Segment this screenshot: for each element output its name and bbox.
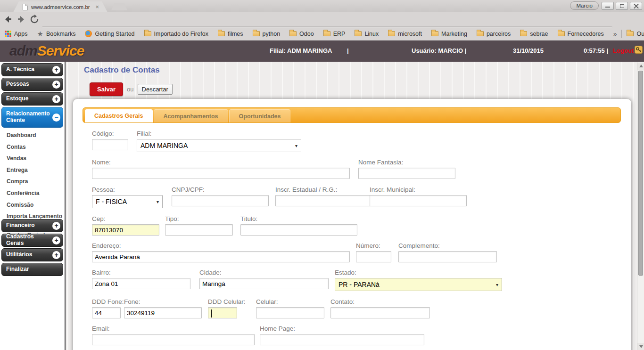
filial-select[interactable]: ADM MARINGA ▾ bbox=[137, 139, 301, 152]
sidebar-item-vendas[interactable]: Vendas bbox=[0, 153, 65, 165]
titulo-input[interactable] bbox=[240, 224, 357, 236]
nome-fantasia-input[interactable] bbox=[358, 168, 455, 179]
codigo-input[interactable] bbox=[92, 139, 128, 150]
inscr-estadual-input[interactable] bbox=[275, 195, 372, 206]
page-scrollbar[interactable] bbox=[637, 62, 644, 350]
page-title: Cadastro de Contas bbox=[84, 65, 160, 75]
endereco-input[interactable] bbox=[92, 251, 350, 262]
logout-key-icon[interactable] bbox=[635, 46, 643, 54]
back-button[interactable] bbox=[3, 15, 13, 25]
bookmarks-overflow-chevron[interactable]: » bbox=[613, 30, 617, 38]
bookmarks-bar: Apps ★ Bookmarks Getting Started Importa… bbox=[0, 27, 644, 41]
bookmark-folder[interactable]: Linux bbox=[355, 31, 379, 37]
folder-icon bbox=[627, 31, 634, 36]
bairro-input[interactable] bbox=[92, 278, 190, 289]
sidebar-item-contas[interactable]: Contas bbox=[0, 142, 65, 154]
bookmark-other-favorites[interactable]: Outros favoritos bbox=[627, 31, 644, 37]
sidebar-item-conferencia[interactable]: Conferência bbox=[0, 188, 65, 200]
sidebar-section-financeiro[interactable]: Financeiro + bbox=[1, 219, 63, 232]
sidebar-item-entrega[interactable]: Entrega bbox=[0, 165, 65, 177]
complemento-input[interactable] bbox=[398, 251, 497, 262]
cidade-input[interactable] bbox=[199, 278, 329, 289]
bookmark-folder[interactable]: Marketing bbox=[431, 31, 467, 37]
chevron-down-icon: ▾ bbox=[496, 282, 498, 287]
estado-select[interactable]: PR - PARANá ▾ bbox=[335, 278, 502, 291]
tab-oportunidades[interactable]: Oportunidades bbox=[229, 109, 291, 122]
contato-input[interactable] bbox=[330, 307, 430, 318]
scroll-up-button[interactable] bbox=[637, 63, 644, 70]
tab-close-icon[interactable]: × bbox=[95, 4, 99, 10]
field-inscr-estadual: Inscr. Estadual / R.G.: bbox=[275, 186, 372, 206]
field-cnpj-cpf: CNPJ/CPF: bbox=[172, 186, 269, 206]
bookmark-folder[interactable]: Fornecedores bbox=[558, 31, 604, 37]
sidebar-section-cadastros-gerais[interactable]: Cadastros Gerais + bbox=[1, 234, 63, 247]
numero-input[interactable] bbox=[356, 251, 391, 262]
sidebar-section-estoque[interactable]: Estoque + bbox=[1, 92, 63, 106]
field-endereco: Endereço: bbox=[92, 242, 350, 262]
bookmark-folder[interactable]: microsoft bbox=[388, 31, 422, 37]
chevron-down-icon: ▾ bbox=[157, 199, 159, 204]
nome-input[interactable] bbox=[92, 168, 350, 179]
profile-button[interactable]: Marcio bbox=[570, 1, 599, 10]
discard-button[interactable]: Descartar bbox=[138, 84, 173, 95]
sidebar-section-pessoas[interactable]: Pessoas + bbox=[1, 78, 63, 91]
email-input[interactable] bbox=[92, 334, 255, 345]
contato-label: Contato: bbox=[330, 298, 430, 305]
celular-input[interactable] bbox=[256, 307, 324, 318]
folder-icon bbox=[477, 31, 484, 36]
new-tab-button[interactable] bbox=[111, 3, 127, 10]
ddd-fone-input[interactable] bbox=[92, 307, 121, 318]
scrollbar-thumb[interactable] bbox=[638, 71, 643, 276]
bookmark-folder[interactable]: ERP bbox=[323, 31, 346, 37]
bookmark-folder[interactable]: Odoo bbox=[289, 31, 314, 37]
bairro-label: Bairro: bbox=[92, 269, 190, 276]
sidebar-item-comissao[interactable]: Comissão bbox=[0, 200, 65, 212]
bookmark-apps[interactable]: Apps bbox=[5, 31, 28, 37]
sidebar-section-finalizar[interactable]: Finalizar bbox=[1, 263, 63, 276]
field-email: Email: bbox=[92, 325, 255, 345]
sidebar-item-dashboard[interactable]: Dashboard bbox=[0, 130, 65, 142]
minimize-button[interactable] bbox=[602, 2, 614, 10]
bookmark-folder[interactable]: filmes bbox=[218, 31, 243, 37]
bookmark-folder[interactable]: python bbox=[253, 31, 281, 37]
bookmark-bookmarks[interactable]: ★ Bookmarks bbox=[37, 30, 76, 37]
field-ddd-celular: DDD Celular: bbox=[208, 298, 246, 318]
inscr-municipal-input[interactable] bbox=[370, 195, 467, 206]
pessoa-select[interactable]: F - FíSICA ▾ bbox=[92, 195, 163, 208]
sidebar: A. Técnica + Pessoas + Estoque + Relacio… bbox=[0, 62, 66, 350]
fone-input[interactable] bbox=[124, 307, 202, 318]
tab-cadastros-gerais[interactable]: Cadastros Gerais bbox=[85, 109, 153, 122]
sidebar-item-compra[interactable]: Compra bbox=[0, 176, 65, 188]
logout-link[interactable]: Logout bbox=[613, 47, 634, 54]
sidebar-section-a-tecnica[interactable]: A. Técnica + bbox=[1, 63, 63, 76]
email-label: Email: bbox=[92, 325, 255, 332]
scroll-down-button[interactable] bbox=[637, 343, 644, 350]
ddd-celular-input[interactable] bbox=[208, 307, 237, 318]
tab-acompanhamentos[interactable]: Acompanhamentos bbox=[154, 109, 228, 122]
fone-label: Fone: bbox=[124, 298, 202, 305]
bookmark-folder[interactable]: Importado do Firefox bbox=[144, 31, 208, 37]
tipo-input[interactable] bbox=[165, 224, 233, 236]
cep-input[interactable] bbox=[92, 224, 159, 236]
forward-button[interactable] bbox=[16, 15, 26, 25]
browser-toolbar: www.admservice.com.br/info/index.php ☆ bbox=[0, 12, 644, 27]
cnpj-cpf-input[interactable] bbox=[172, 195, 269, 206]
save-button[interactable]: Salvar bbox=[90, 82, 123, 96]
reload-button[interactable] bbox=[29, 15, 40, 25]
field-cep: Cep: bbox=[92, 215, 159, 236]
folder-icon bbox=[558, 31, 565, 36]
pessoa-label: Pessoa: bbox=[92, 186, 163, 193]
form-tabs: Cadastros Gerais Acompanhamentos Oportun… bbox=[83, 107, 621, 123]
bookmark-folder[interactable]: sebrae bbox=[520, 31, 548, 37]
folder-icon bbox=[323, 31, 330, 36]
bookmark-getting-started[interactable]: Getting Started bbox=[85, 30, 134, 37]
sidebar-section-relacionamento-cliente[interactable]: Relacionamento Cliente − bbox=[1, 107, 63, 128]
app-logo: admService bbox=[9, 43, 84, 59]
sidebar-section-utilitarios[interactable]: Utilitários + bbox=[1, 248, 63, 261]
close-button[interactable] bbox=[630, 2, 642, 10]
home-page-input[interactable] bbox=[260, 334, 424, 345]
restore-button[interactable] bbox=[616, 2, 628, 10]
field-contato: Contato: bbox=[330, 298, 430, 318]
bookmark-folder[interactable]: parceiros bbox=[477, 31, 511, 37]
browser-tab[interactable]: www.admservice.com.br × bbox=[13, 1, 107, 12]
